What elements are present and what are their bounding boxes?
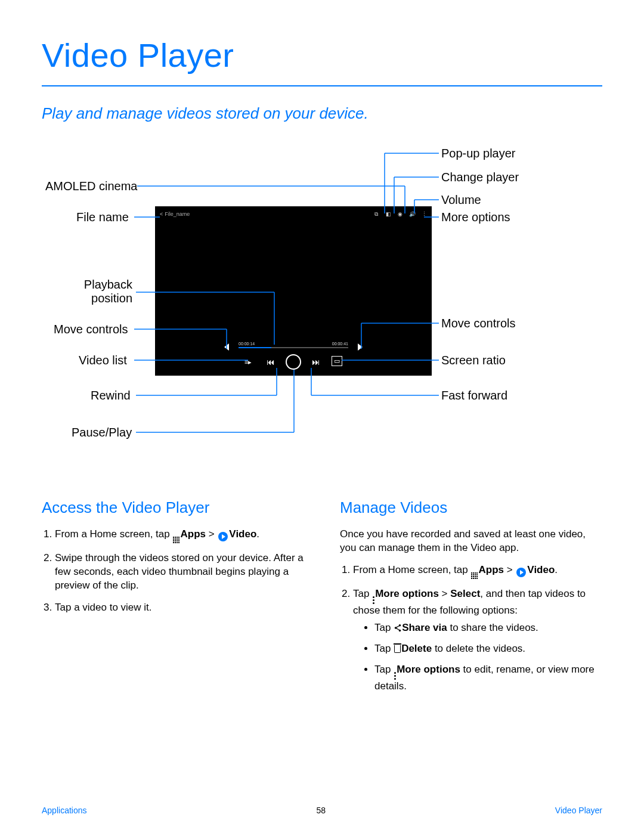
footer-section: Applications bbox=[42, 806, 87, 815]
label-playback: Playback position bbox=[79, 278, 132, 305]
label-more: More options bbox=[441, 210, 510, 224]
apps-icon bbox=[471, 572, 478, 579]
label-move-right: Move controls bbox=[441, 317, 516, 330]
more-options-icon bbox=[373, 596, 374, 604]
trash-icon bbox=[394, 645, 401, 653]
rewind-icon: ⏮ bbox=[267, 357, 275, 367]
move-left-icon bbox=[224, 343, 229, 351]
move-right-icon bbox=[358, 343, 363, 351]
more-options-icon: ⋮ bbox=[421, 211, 427, 217]
back-icon: < bbox=[160, 211, 163, 217]
section-manage-title: Manage Videos bbox=[340, 498, 602, 517]
svg-line-28 bbox=[397, 628, 400, 630]
label-amoled: AMOLED cinema bbox=[45, 179, 138, 193]
amoled-icon: ◉ bbox=[397, 211, 403, 217]
volume-icon: 🔊 bbox=[409, 211, 415, 217]
label-file-name: File name bbox=[76, 210, 129, 224]
section-access-title: Access the Video Player bbox=[42, 498, 304, 517]
subtitle: Play and manage videos stored on your de… bbox=[42, 104, 602, 123]
more-options-icon bbox=[394, 672, 396, 680]
label-pause: Pause/Play bbox=[72, 426, 132, 439]
access-step-1: From a Home screen, tap Apps > Video. bbox=[55, 528, 304, 543]
access-step-3: Tap a video to view it. bbox=[55, 601, 304, 615]
fast-forward-icon: ⏭ bbox=[312, 357, 320, 367]
footer-page-number: 58 bbox=[316, 806, 326, 815]
player-diagram: < File_name ⧉ ◧ ◉ 🔊 ⋮ 00:00:14 00:00:41 … bbox=[42, 147, 602, 481]
label-move-left: Move controls bbox=[54, 323, 128, 336]
video-icon bbox=[218, 532, 228, 541]
manage-intro: Once you have recorded and saved at leas… bbox=[340, 528, 602, 555]
label-volume: Volume bbox=[441, 193, 481, 207]
label-video-list: Video list bbox=[79, 354, 127, 367]
share-icon bbox=[394, 624, 402, 632]
apps-icon bbox=[173, 537, 179, 543]
svg-line-27 bbox=[397, 625, 400, 627]
change-player-icon: ◧ bbox=[385, 211, 391, 217]
label-change: Change player bbox=[441, 171, 519, 184]
manage-bullet-more: Tap More options to edit, rename, or vie… bbox=[374, 663, 602, 693]
footer-topic: Video Player bbox=[555, 806, 602, 815]
pause-play-icon: ▮▮ bbox=[286, 354, 301, 370]
video-player-screenshot: < File_name ⧉ ◧ ◉ 🔊 ⋮ 00:00:14 00:00:41 … bbox=[155, 206, 432, 376]
time-current: 00:00:14 bbox=[239, 342, 255, 346]
manage-bullet-delete: Tap Delete to delete the videos. bbox=[374, 642, 602, 656]
video-icon bbox=[516, 568, 526, 577]
label-rewind: Rewind bbox=[91, 389, 131, 402]
label-popup: Pop-up player bbox=[441, 147, 516, 160]
file-name-display: < File_name bbox=[160, 211, 190, 217]
label-ff: Fast forward bbox=[441, 389, 507, 402]
access-step-2: Swipe through the videos stored on your … bbox=[55, 552, 304, 593]
page-footer: Applications 58 Video Player bbox=[42, 806, 602, 815]
label-ratio: Screen ratio bbox=[441, 354, 506, 367]
manage-bullet-share: Tap Share via to share the videos. bbox=[374, 621, 602, 635]
title-rule bbox=[42, 85, 602, 86]
manage-step-1: From a Home screen, tap Apps > Video. bbox=[353, 563, 602, 579]
manage-step-2: Tap More options > Select, and then tap … bbox=[353, 587, 602, 693]
page-title: Video Player bbox=[42, 36, 602, 75]
time-total: 00:00:41 bbox=[332, 342, 348, 346]
popup-player-icon: ⧉ bbox=[373, 211, 379, 217]
timeline bbox=[239, 347, 348, 348]
